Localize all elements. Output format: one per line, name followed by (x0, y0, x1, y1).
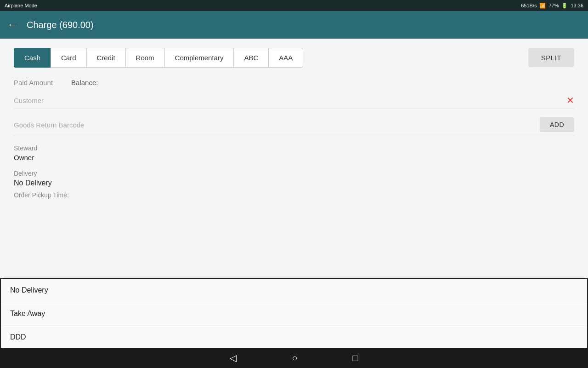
goods-return-barcode-label: Goods Return Barcode (14, 121, 540, 129)
balance-label: Balance: (71, 79, 98, 86)
tab-cash[interactable]: Cash (14, 48, 51, 68)
main-content: Cash Card Credit Room Complementary ABC … (0, 39, 588, 348)
customer-field: Customer ✕ (14, 96, 574, 109)
delivery-label: Delivery (14, 170, 574, 177)
status-bar: Airplane Mode 651B/s 📶 77% 🔋 13:36 (0, 0, 588, 11)
nav-home-button[interactable]: ○ (292, 353, 297, 363)
dropdown-item-no-delivery[interactable]: No Delivery (1, 279, 587, 302)
tab-credit[interactable]: Credit (86, 48, 125, 68)
split-button[interactable]: SPLIT (528, 48, 574, 67)
nav-bar: ◁ ○ □ (0, 348, 588, 368)
time-display: 13:36 (571, 3, 583, 8)
steward-label: Steward (14, 144, 574, 152)
customer-clear-button[interactable]: ✕ (566, 96, 574, 105)
order-pickup-label: Order Pickup Time: (14, 191, 69, 199)
app-bar: ← Charge (690.00) (0, 11, 588, 39)
tab-abc[interactable]: ABC (233, 48, 268, 68)
steward-section: Steward Owner (14, 144, 574, 161)
tab-room[interactable]: Room (125, 48, 164, 68)
nav-recents-button[interactable]: □ (353, 353, 358, 363)
page-title: Charge (690.00) (27, 20, 94, 30)
tab-bar: Cash Card Credit Room Complementary ABC … (14, 48, 574, 68)
delivery-dropdown: No Delivery Take Away DDD MMM (0, 278, 588, 348)
wifi-icon: 📶 (539, 3, 546, 9)
order-pickup-section: Order Pickup Time: (14, 191, 574, 199)
paid-amount-row: Paid Amount Balance: (14, 79, 574, 86)
network-speed: 651B/s (521, 3, 537, 8)
customer-label: Customer (14, 97, 566, 104)
steward-value: Owner (14, 154, 574, 161)
airplane-mode-label: Airplane Mode (5, 3, 37, 8)
delivery-value: No Delivery (14, 179, 574, 187)
delivery-section: Delivery No Delivery (14, 170, 574, 187)
battery-level: 77% (548, 3, 559, 8)
tab-complementary[interactable]: Complementary (164, 48, 234, 68)
battery-icon: 🔋 (561, 3, 568, 9)
payment-tabs: Cash Card Credit Room Complementary ABC … (14, 48, 303, 68)
paid-amount-label: Paid Amount (14, 79, 53, 86)
dropdown-item-ddd[interactable]: DDD (1, 326, 587, 348)
dropdown-item-take-away[interactable]: Take Away (1, 302, 587, 326)
tab-card[interactable]: Card (51, 48, 86, 68)
goods-return-barcode-row: Goods Return Barcode ADD (14, 117, 574, 136)
back-button[interactable]: ← (7, 20, 17, 30)
tab-aaa[interactable]: AAA (268, 48, 303, 68)
nav-back-button[interactable]: ◁ (230, 352, 237, 363)
add-button[interactable]: ADD (540, 117, 574, 132)
